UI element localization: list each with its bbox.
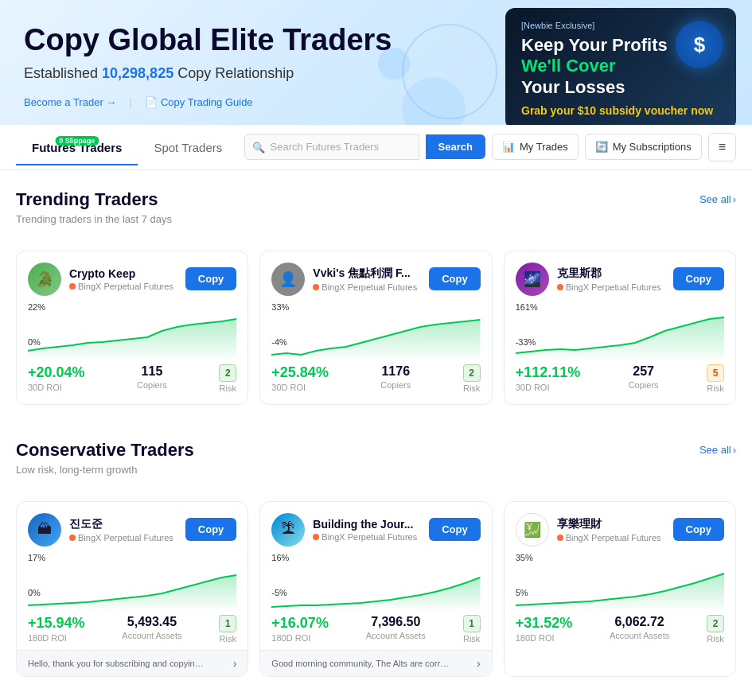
stat-mid-label: Account Assets bbox=[610, 631, 669, 640]
stat-roi-value: +31.52% bbox=[516, 615, 573, 632]
trader-meta: Building the Jour... BingX Perpetual Fut… bbox=[313, 518, 417, 542]
comment-strip[interactable]: Good morning community, The Alts are cor… bbox=[260, 650, 491, 676]
risk-label: Risk bbox=[707, 634, 723, 644]
voucher-prefix: Grab your bbox=[521, 104, 578, 117]
trending-desc: Trending traders in the last 7 days bbox=[16, 213, 736, 225]
trader-card: 🐊 Crypto Keep BingX Perpetual Futures Co… bbox=[16, 251, 248, 405]
card-stats: +15.94% 180D ROI 5,493.45 Account Assets… bbox=[28, 615, 236, 644]
card-stats: +25.84% 30D ROI 1176 Copiers 2 Risk bbox=[271, 364, 480, 393]
comment-text: Good morning community, The Alts are cor… bbox=[271, 659, 449, 668]
copy-button[interactable]: Copy bbox=[185, 267, 237, 290]
stat-mid-label: Copiers bbox=[380, 380, 411, 390]
card-header: 👤 Vvki's 焦點利潤 F... BingX Perpetual Futur… bbox=[271, 262, 480, 296]
card-stats: +16.07% 180D ROI 7,396.50 Account Assets… bbox=[271, 615, 480, 644]
my-subscriptions-button[interactable]: 🔄 My Subscriptions bbox=[585, 134, 702, 160]
stat-mid-block: 1176 Copiers bbox=[380, 364, 411, 390]
ad-banner[interactable]: [Newbie Exclusive] Keep Your Profits We'… bbox=[505, 8, 736, 125]
chart-svg bbox=[271, 315, 480, 359]
hero-number: 10,298,825 bbox=[102, 65, 173, 81]
risk-label: Risk bbox=[220, 383, 236, 393]
platform-dot bbox=[557, 535, 563, 541]
voucher-suffix: subsidy voucher now bbox=[596, 104, 713, 117]
chart-label-top: 16% bbox=[271, 553, 289, 562]
chevron-right-icon-2: › bbox=[733, 444, 736, 456]
trader-card: 🏝 Building the Jour... BingX Perpetual F… bbox=[259, 501, 492, 677]
trader-platform: BingX Perpetual Futures bbox=[313, 532, 417, 542]
tab-spot[interactable]: Spot Traders bbox=[138, 128, 238, 165]
become-trader-link[interactable]: Become a Trader → bbox=[24, 96, 116, 108]
conservative-see-all[interactable]: See all › bbox=[699, 444, 736, 456]
mini-chart: 16% -5% bbox=[271, 553, 480, 609]
my-trades-label: My Trades bbox=[520, 141, 568, 153]
my-trades-button[interactable]: 📊 My Trades bbox=[492, 134, 579, 160]
stat-mid-value: 5,493.45 bbox=[122, 615, 181, 629]
trader-meta: 克里斯郡 BingX Perpetual Futures bbox=[557, 266, 661, 292]
risk-box: 2 bbox=[219, 364, 236, 382]
stat-risk-block: 1 Risk bbox=[463, 615, 481, 644]
trader-meta: 享樂理財 BingX Perpetual Futures bbox=[557, 517, 661, 542]
ad-voucher-text: Grab your $10 subsidy voucher now bbox=[521, 104, 720, 117]
search-input[interactable] bbox=[244, 134, 419, 160]
trending-cards-grid: 🐊 Crypto Keep BingX Perpetual Futures Co… bbox=[0, 251, 752, 421]
trader-platform: BingX Perpetual Futures bbox=[557, 282, 661, 292]
conservative-section: Conservative Traders See all › Low risk,… bbox=[0, 421, 752, 501]
chart-label-top: 35% bbox=[516, 553, 533, 562]
search-button[interactable]: Search bbox=[426, 134, 485, 159]
chart-svg bbox=[516, 566, 724, 609]
stat-mid-block: 115 Copiers bbox=[137, 364, 167, 390]
stat-risk-block: 2 Risk bbox=[463, 364, 481, 393]
chart-label-bot: 0% bbox=[28, 337, 41, 347]
avatar: 🌌 bbox=[516, 262, 549, 296]
stat-roi-block: +16.07% 180D ROI bbox=[271, 615, 329, 643]
trader-platform: BingX Perpetual Futures bbox=[313, 282, 417, 292]
chart-svg bbox=[28, 315, 236, 359]
copy-button[interactable]: Copy bbox=[673, 267, 725, 290]
voucher-amount: $10 bbox=[578, 104, 596, 117]
search-icon: 🔍 bbox=[252, 141, 265, 153]
platform-dot bbox=[313, 534, 319, 540]
mini-chart: 22% 0% bbox=[28, 302, 236, 358]
tabs-search-bar: 0 Slippage Futures Traders Spot Traders … bbox=[0, 125, 752, 170]
trending-see-all[interactable]: See all › bbox=[699, 193, 736, 205]
conservative-title: Conservative Traders bbox=[16, 440, 194, 461]
trader-platform: BingX Perpetual Futures bbox=[69, 533, 173, 542]
guide-icon: 📄 bbox=[145, 96, 158, 108]
menu-button[interactable]: ≡ bbox=[708, 133, 736, 161]
comment-arrow-icon: › bbox=[477, 657, 481, 670]
stat-roi-label: 180D ROI bbox=[516, 633, 573, 643]
trader-card: 💹 享樂理財 BingX Perpetual Futures Copy 35% … bbox=[504, 501, 736, 677]
my-trades-icon: 📊 bbox=[502, 141, 515, 153]
stat-risk-block: 2 Risk bbox=[219, 364, 236, 393]
comment-strip[interactable]: Hello, thank you for subscribing and cop… bbox=[17, 650, 247, 676]
spot-label: Spot Traders bbox=[154, 141, 222, 154]
chevron-right-icon: › bbox=[733, 193, 736, 205]
copy-button[interactable]: Copy bbox=[185, 518, 237, 541]
copy-button[interactable]: Copy bbox=[429, 518, 481, 541]
chart-label-bot: -4% bbox=[271, 337, 287, 347]
stat-mid-value: 257 bbox=[629, 364, 659, 379]
stat-roi-label: 30D ROI bbox=[28, 383, 85, 392]
risk-label: Risk bbox=[707, 383, 723, 393]
platform-dot bbox=[313, 284, 319, 290]
conservative-header: Conservative Traders See all › bbox=[16, 440, 736, 461]
avatar: 🐊 bbox=[28, 262, 61, 296]
copy-button[interactable]: Copy bbox=[429, 267, 481, 290]
mini-chart: 33% -4% bbox=[271, 302, 480, 358]
avatar: 🏔 bbox=[28, 513, 61, 546]
trader-name: Vvki's 焦點利潤 F... bbox=[313, 266, 417, 281]
stat-roi-label: 30D ROI bbox=[516, 383, 581, 392]
stat-roi-block: +20.04% 30D ROI bbox=[28, 364, 85, 392]
copy-guide-link[interactable]: 📄 Copy Trading Guide bbox=[145, 96, 253, 108]
tab-futures[interactable]: 0 Slippage Futures Traders bbox=[16, 128, 138, 165]
stat-mid-value: 115 bbox=[137, 364, 167, 379]
stat-mid-value: 7,396.50 bbox=[366, 615, 426, 629]
avatar: 👤 bbox=[271, 262, 305, 296]
stat-mid-value: 6,062.72 bbox=[610, 615, 669, 629]
trending-header: Trending Traders See all › bbox=[16, 189, 736, 210]
chart-svg bbox=[271, 566, 480, 609]
stat-mid-label: Copiers bbox=[629, 380, 659, 390]
subtitle-prefix: Established bbox=[24, 65, 102, 81]
search-wrapper: 🔍 bbox=[244, 134, 419, 160]
copy-button[interactable]: Copy bbox=[673, 518, 725, 541]
trader-name: 享樂理財 bbox=[557, 517, 661, 531]
